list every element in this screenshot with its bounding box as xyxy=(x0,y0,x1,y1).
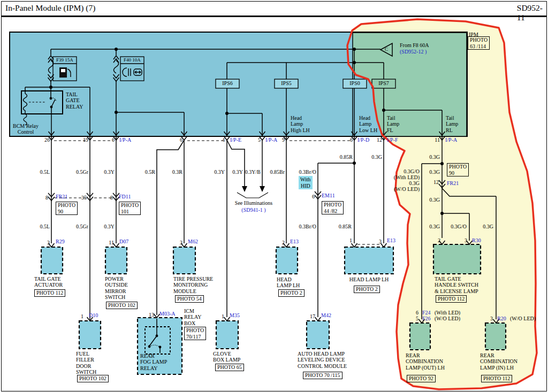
component-photo-ref: PHOTO 70/117 xyxy=(184,327,206,340)
wire-label: 0.5Gr xyxy=(76,224,88,229)
component-ref-m03a: M03-A xyxy=(159,311,175,317)
component-pin: 5 xyxy=(416,316,418,321)
component-photo-ref: PHOTO 70 /115 xyxy=(303,372,342,379)
connector-photo-ref: PHOTO 90 xyxy=(56,202,78,215)
component-name: TAIL GATE HANDLE SWITCH & LICENSE LAMP xyxy=(435,276,478,294)
component-ref-e13: E13 xyxy=(290,239,299,244)
ips5-label: IPS5 xyxy=(275,80,298,86)
pin-6d-ref: I/P-D xyxy=(357,137,369,143)
wire-label: 0.3Br/O xyxy=(299,224,317,229)
component-ref-r30: R30 xyxy=(472,237,481,243)
component-ref-f26: F26 xyxy=(422,316,431,321)
component-pin: 1 xyxy=(222,313,224,319)
ipm-photo-ref: PHOTO 63 /114 xyxy=(468,36,490,50)
inline-connectors xyxy=(48,180,445,201)
component-photo-ref: PHOTO 112 xyxy=(436,295,467,303)
bcm-relay-control-label: BCM Relay Control xyxy=(9,123,43,135)
wire-label: 0.3G/O xyxy=(451,224,467,229)
wire-label: 0.3G xyxy=(429,154,440,160)
connector-photo-ref: PHOTO 44 /82 xyxy=(322,201,344,214)
wire-label: 0.3G xyxy=(429,224,440,229)
component-photo-ref: PHOTO 92 xyxy=(407,375,436,382)
wire-label: 0.3G xyxy=(483,224,493,229)
tailgate-relay-label: TAIL GATE RELAY xyxy=(66,91,83,110)
feed-from-label: From F8 60A xyxy=(400,42,429,48)
wire-label: 0.5L xyxy=(40,224,50,229)
component-photo-ref: PHOTO 102 xyxy=(106,302,138,309)
wire-label: 0.85Br xyxy=(270,169,285,175)
component-photo-ref: PHOTO 2 xyxy=(354,286,380,293)
component-ref-m62: M62 xyxy=(188,239,198,244)
illum-arrow-2 xyxy=(260,186,265,192)
pin-11: 11 xyxy=(435,137,440,143)
wire-label: 0.3Y/B xyxy=(245,169,261,175)
pin-5-ref: I/P-A xyxy=(265,137,277,143)
pin-9: 9 xyxy=(282,137,285,143)
component-ref-d10: D10 xyxy=(89,312,98,318)
component-name: TAIL GATE ACTUATOR xyxy=(34,276,63,288)
pin-6a: 6 xyxy=(112,137,115,143)
wire-label: 0.5L xyxy=(40,169,50,175)
component-photo-ref: PHOTO 54 xyxy=(175,295,204,303)
wire-label: 0.3R xyxy=(172,169,182,175)
component-ref-r20: R20 xyxy=(497,316,506,321)
component-pin: 3 xyxy=(465,237,467,243)
diagram-code: SD952-11 xyxy=(517,3,543,22)
component-pin: 13 xyxy=(149,312,154,318)
connector-pin: 35 xyxy=(81,195,87,201)
connector-ref-em11: EM11 xyxy=(322,193,335,198)
wire-label: 0.85R xyxy=(339,224,352,229)
wire-label: 0.3Y xyxy=(104,224,115,229)
component-pin: 11 xyxy=(109,240,114,245)
pin-6a-ref: I/P-A xyxy=(119,137,131,143)
illum-arrow-1 xyxy=(242,186,247,192)
tail-lamp-fl-label: Tail Lamp FL xyxy=(387,115,399,133)
wire-label: 0.5Gr xyxy=(76,169,88,175)
component-ref-m42: M42 xyxy=(321,312,331,318)
component-pin: 2 xyxy=(438,237,440,243)
wire-label: 0.5R xyxy=(145,169,155,175)
triangle-letter: C xyxy=(385,47,388,52)
component-ref-e13b: E13 xyxy=(387,237,395,243)
wire-label: 0.3G xyxy=(409,180,420,186)
component-pin-note: (W/O LED) xyxy=(510,316,536,321)
wiring-diagram-page: In-Panel Module (IPM) (7) SD952-11 xyxy=(0,0,548,392)
ips6-label: IPS6 xyxy=(216,80,239,86)
component-ref-f24: F24 xyxy=(422,310,431,316)
component-name: AUTO HEAD LAMP LEVELING DEVICE CONTROL M… xyxy=(298,351,347,369)
component-photo-ref: PHOTO 102 xyxy=(77,375,109,382)
component-name: POWER OUTSIDE MIRROR SWITCH xyxy=(105,276,128,301)
head-lamp-low-label: Head Lamp Low LH xyxy=(359,115,377,133)
component-pin-note: (With LED) xyxy=(435,310,460,316)
pin-12: 12 xyxy=(377,137,382,143)
fuse-f39-label: F39 15A xyxy=(53,57,77,63)
component-name: REAR COMBINATION LAMP (IN) LH xyxy=(480,352,517,371)
connector-photo-ref: PHOTO 101 xyxy=(119,202,141,215)
pin-26: 26 xyxy=(44,137,50,143)
component-ref-m35: M35 xyxy=(230,312,240,318)
component-name: REAR FOG LAMP RELAY xyxy=(140,353,167,371)
wire-label: 0.85R xyxy=(340,154,353,160)
tail-lamp-rl-label: Tail Lamp RL xyxy=(446,115,458,133)
component-photo-ref: PHOTO 2 xyxy=(278,289,305,297)
component-name: TIRE PRESSURE MONITORING MODULE xyxy=(173,276,213,294)
wire-label: 0.3Y xyxy=(232,169,243,175)
component-pin: 3 xyxy=(379,239,382,244)
component-pin: 3 xyxy=(47,240,50,245)
icm-relay-box-label: ICM RELAY BOX xyxy=(184,308,201,326)
ips7-label: IPS7 xyxy=(372,80,395,86)
connector-ref-fd11: FD11 xyxy=(119,194,131,199)
wire-label-note: (W/O LED) xyxy=(394,186,420,192)
pin-6d: 6 xyxy=(350,137,353,143)
feed-ref-label: (SD952-12 ) xyxy=(400,49,427,55)
connector-pin: 8 xyxy=(45,195,48,201)
component-photo-ref: PHOTO 65 xyxy=(215,364,244,371)
connector-pin: 6 xyxy=(312,194,315,199)
pin-4: 4 xyxy=(222,137,225,143)
component-name: GLOVE BOX LAMP xyxy=(213,351,240,363)
page-title: In-Panel Module (IPM) (7) xyxy=(5,3,95,13)
component-photo-ref: PHOTO 112 xyxy=(481,375,512,382)
head-lamp-high-label: Head Lamp High LH xyxy=(291,115,310,133)
fuse-f40-label: F40 10A xyxy=(120,57,144,63)
pin-4-ref: I/P-E xyxy=(230,137,241,143)
